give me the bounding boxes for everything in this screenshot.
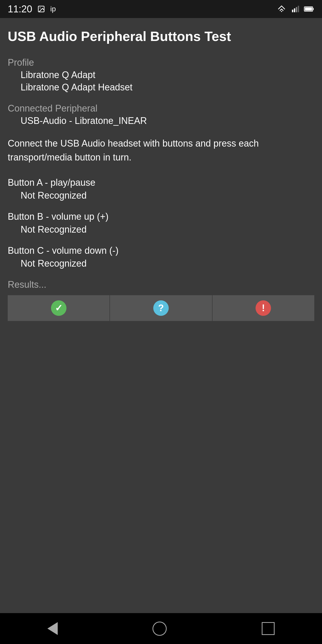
svg-rect-3 <box>294 9 295 12</box>
connected-peripheral-label: Connected Peripheral <box>8 103 314 114</box>
recent-icon <box>262 622 275 635</box>
svg-rect-7 <box>305 7 312 11</box>
home-icon <box>152 622 167 636</box>
status-bar-left: 11:20 ip <box>8 4 56 15</box>
profile-item-2: Libratone Q Adapt Headset <box>8 82 314 93</box>
fail-icon: ! <box>256 300 271 316</box>
profile-section: Profile Libratone Q Adapt Libratone Q Ad… <box>8 57 314 93</box>
image-icon <box>37 5 45 13</box>
page-title: USB Audio Peripheral Buttons Test <box>8 28 314 44</box>
pass-icon: ✓ <box>51 300 66 316</box>
ip-label: ip <box>50 5 56 13</box>
button-b-label: Button B - volume up (+) <box>8 211 314 222</box>
svg-rect-5 <box>298 6 299 12</box>
home-button[interactable] <box>152 622 167 636</box>
info-icon: ? <box>153 300 169 316</box>
status-bar: 11:20 ip <box>0 0 322 18</box>
status-time: 11:20 <box>8 4 32 15</box>
svg-rect-4 <box>296 7 297 12</box>
results-label: Results... <box>8 279 314 290</box>
button-b-status: Not Recognized <box>8 224 314 235</box>
fail-button[interactable]: ! <box>213 295 314 321</box>
profile-item-1: Libratone Q Adapt <box>8 70 314 80</box>
button-a-status: Not Recognized <box>8 190 314 201</box>
main-content: USB Audio Peripheral Buttons Test Profil… <box>0 18 322 331</box>
button-c-section: Button C - volume down (-) Not Recognize… <box>8 245 314 269</box>
signal-icon <box>291 5 299 13</box>
battery-icon <box>304 5 314 13</box>
button-a-label: Button A - play/pause <box>8 177 314 188</box>
button-c-status: Not Recognized <box>8 258 314 269</box>
recent-button[interactable] <box>262 622 275 635</box>
svg-rect-2 <box>292 10 293 12</box>
svg-point-1 <box>40 7 41 9</box>
nav-bar <box>0 613 322 644</box>
instruction-text: Connect the USB Audio headset with butto… <box>8 137 314 164</box>
back-button[interactable] <box>47 622 58 635</box>
status-bar-right <box>277 5 314 13</box>
button-a-section: Button A - play/pause Not Recognized <box>8 177 314 201</box>
info-button[interactable]: ? <box>110 295 212 321</box>
svg-rect-8 <box>313 8 314 10</box>
action-buttons-row: ✓ ? ! <box>8 295 314 321</box>
profile-label: Profile <box>8 57 314 68</box>
connected-peripheral-section: Connected Peripheral USB-Audio - Librato… <box>8 103 314 126</box>
wifi-icon <box>277 5 286 13</box>
connected-peripheral-value: USB-Audio - Libratone_INEAR <box>8 115 314 126</box>
back-icon <box>47 622 58 635</box>
pass-button[interactable]: ✓ <box>8 295 110 321</box>
button-b-section: Button B - volume up (+) Not Recognized <box>8 211 314 235</box>
button-c-label: Button C - volume down (-) <box>8 245 314 256</box>
